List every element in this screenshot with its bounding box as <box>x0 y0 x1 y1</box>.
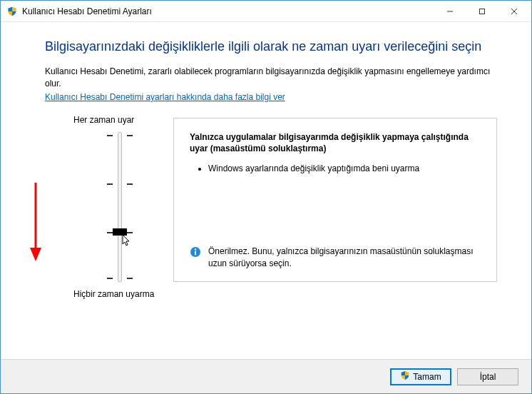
cancel-button[interactable]: İptal <box>457 368 518 385</box>
close-button[interactable] <box>498 1 530 21</box>
slider-top-label: Her zaman uyar <box>73 115 166 125</box>
svg-rect-6 <box>195 251 196 256</box>
maximize-button[interactable] <box>466 1 498 21</box>
page-heading: Bilgisayarınızdaki değişikliklerle ilgil… <box>45 39 497 54</box>
cancel-button-label: İptal <box>480 372 496 382</box>
level-title: Yalnızca uygulamalar bilgisayarımda deği… <box>190 131 481 154</box>
slider-tick <box>127 232 133 233</box>
footer-bar: Tamam İptal <box>1 359 531 393</box>
level-description-box: Yalnızca uygulamalar bilgisayarımda deği… <box>173 118 497 282</box>
svg-marker-8 <box>30 248 41 261</box>
info-icon <box>190 246 201 258</box>
ok-button-label: Tamam <box>413 372 441 382</box>
slider-tick <box>107 183 113 185</box>
help-link[interactable]: Kullanıcı Hesabı Denetimi ayarları hakkı… <box>45 92 285 102</box>
svg-rect-1 <box>479 9 484 14</box>
window-controls <box>434 1 530 21</box>
minimize-button[interactable] <box>434 1 466 21</box>
notification-slider[interactable] <box>73 132 166 282</box>
uac-shield-icon <box>6 6 18 17</box>
slider-track <box>118 132 122 282</box>
annotation-arrow-icon <box>28 179 44 265</box>
svg-point-5 <box>195 248 196 250</box>
slider-tick <box>107 232 113 233</box>
slider-tick <box>127 135 133 136</box>
cursor-icon <box>122 234 132 249</box>
slider-tick <box>127 183 133 185</box>
uac-shield-icon <box>400 370 410 383</box>
slider-tick <box>127 278 133 279</box>
slider-tick <box>107 278 113 279</box>
recommendation-row: Önerilmez. Bunu, yalnızca bilgisayarınız… <box>190 246 481 270</box>
slider-thumb[interactable] <box>113 228 127 236</box>
slider-column: Her zaman uyar <box>45 115 166 299</box>
content-area: Bilgisayarınızdaki değişikliklerle ilgil… <box>1 22 531 359</box>
uac-settings-window: Kullanıcı Hesabı Denetimi Ayarları Bilgi… <box>0 0 532 394</box>
slider-bottom-label: Hiçbir zaman uyarma <box>73 289 166 299</box>
recommendation-text: Önerilmez. Bunu, yalnızca bilgisayarınız… <box>208 246 481 270</box>
titlebar: Kullanıcı Hesabı Denetimi Ayarları <box>1 1 531 22</box>
window-title: Kullanıcı Hesabı Denetimi Ayarları <box>22 6 434 16</box>
level-bullet: Windows ayarlarında değişiklik yaptığımd… <box>208 163 466 175</box>
slider-tick <box>107 135 113 136</box>
ok-button[interactable]: Tamam <box>390 368 451 385</box>
page-description: Kullanıcı Hesabı Denetimi, zararlı olabi… <box>45 66 497 91</box>
